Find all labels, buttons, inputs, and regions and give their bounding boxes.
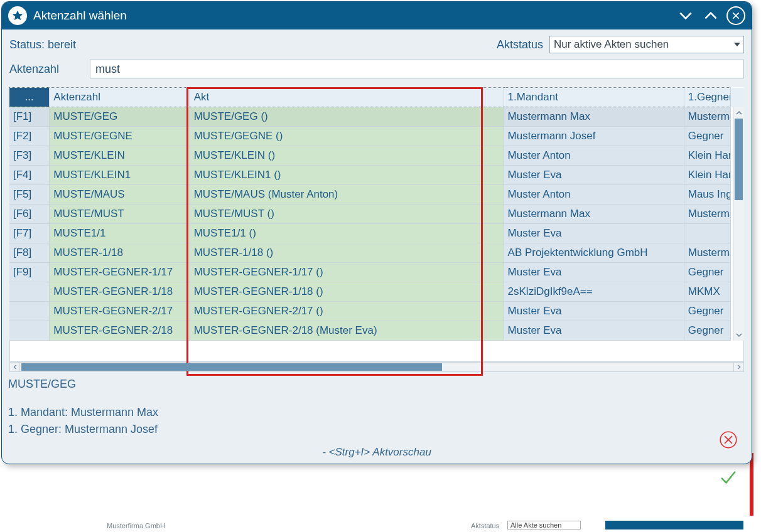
akt-cell: MUSTER-1/18 () bbox=[190, 243, 504, 263]
chevron-up-icon[interactable] bbox=[701, 6, 720, 25]
blank-row bbox=[9, 341, 744, 362]
bg-fragment-bar bbox=[605, 521, 743, 529]
column-header-aktenzahl[interactable]: Aktenzahl bbox=[50, 88, 190, 107]
fkey-cell: [F5] bbox=[9, 185, 50, 205]
akt-cell: MUSTE/GEGNE () bbox=[190, 127, 504, 146]
gegner-cell: MKMX bbox=[684, 282, 730, 302]
chevron-down-icon[interactable] bbox=[676, 6, 695, 25]
akt-cell: MUSTE/KLEIN1 () bbox=[190, 166, 504, 185]
table-row[interactable]: [F5]MUSTE/MAUSMUSTE/MAUS (Muster Anton)M… bbox=[9, 185, 744, 205]
aktenzahl-cell: MUSTER-GEGNER-2/17 bbox=[50, 302, 190, 321]
shortcut-hint: - <Strg+I> Aktvorschau bbox=[2, 445, 752, 464]
scroll-up-icon[interactable] bbox=[733, 107, 744, 119]
fkey-cell bbox=[9, 321, 50, 341]
fkey-cell: [F6] bbox=[9, 205, 50, 224]
cancel-button[interactable] bbox=[718, 429, 739, 450]
bg-fragment-label: Aktstatus bbox=[471, 522, 499, 529]
title-bar: Aktenzahl wählen bbox=[2, 2, 752, 29]
scroll-left-icon[interactable] bbox=[10, 363, 20, 371]
table-row[interactable]: [F4]MUSTE/KLEIN1MUSTE/KLEIN1 ()Muster Ev… bbox=[9, 166, 744, 185]
table-row[interactable]: [F8]MUSTER-1/18MUSTER-1/18 ()AB Projekte… bbox=[9, 243, 744, 263]
akt-cell: MUSTE/MUST () bbox=[190, 205, 504, 224]
table-row[interactable]: [F6]MUSTE/MUSTMUSTE/MUST ()Mustermann Ma… bbox=[9, 205, 744, 224]
column-menu-button[interactable]: ... bbox=[9, 88, 50, 107]
gegner-cell: Mustermann bbox=[684, 243, 730, 263]
aktenzahl-cell: MUSTER-GEGNER-1/17 bbox=[50, 263, 190, 282]
search-input[interactable] bbox=[90, 60, 744, 78]
akt-cell: MUSTER-GEGNER-1/17 () bbox=[190, 263, 504, 282]
fkey-cell: [F3] bbox=[9, 146, 50, 166]
mandant-cell: Mustermann Max bbox=[504, 205, 684, 224]
mandant-cell: Muster Anton bbox=[504, 185, 684, 205]
fkey-cell: [F2] bbox=[9, 127, 50, 146]
bg-fragment-value: Alle Akte suchen bbox=[507, 521, 581, 529]
scrollbar-thumb[interactable] bbox=[735, 119, 743, 200]
table-row[interactable]: [F2]MUSTE/GEGNEMUSTE/GEGNE ()Mustermann … bbox=[9, 127, 744, 146]
gegner-cell bbox=[684, 224, 730, 243]
aktenzahl-cell: MUSTE/MUST bbox=[50, 205, 190, 224]
aktenzahl-cell: MUSTE/KLEIN bbox=[50, 146, 190, 166]
gegner-cell: Maus Ingrid bbox=[684, 185, 730, 205]
fkey-cell: [F8] bbox=[9, 243, 50, 263]
scroll-right-icon[interactable] bbox=[733, 363, 743, 371]
aktenzahl-cell: MUSTE/MAUS bbox=[50, 185, 190, 205]
akt-cell: MUSTE1/1 () bbox=[190, 224, 504, 243]
aktenzahl-cell: MUSTE1/1 bbox=[50, 224, 190, 243]
akt-cell: MUSTER-GEGNER-2/18 (Muster Eva) bbox=[190, 321, 504, 341]
fkey-cell: [F9] bbox=[9, 263, 50, 282]
gegner-cell: Klein Hans bbox=[684, 146, 730, 166]
fkey-cell: [F7] bbox=[9, 224, 50, 243]
aktstatus-label: Aktstatus bbox=[497, 38, 543, 51]
aktenzahl-cell: MUSTER-1/18 bbox=[50, 243, 190, 263]
akt-cell: MUSTE/MAUS (Muster Anton) bbox=[190, 185, 504, 205]
horizontal-scrollbar[interactable] bbox=[9, 362, 744, 372]
aktenzahl-cell: MUSTE/KLEIN1 bbox=[50, 166, 190, 185]
hscrollbar-thumb[interactable] bbox=[21, 363, 442, 371]
mandant-cell: AB Projektentwicklung GmbH bbox=[504, 243, 684, 263]
mandant-cell: Muster Eva bbox=[504, 263, 684, 282]
mandant-cell: 2sKlziDgIkf9eA== bbox=[504, 282, 684, 302]
fkey-cell bbox=[9, 282, 50, 302]
mandant-cell: Mustermann Max bbox=[504, 107, 684, 127]
preview-mandant: 1. Mandant: Mustermann Max bbox=[8, 404, 744, 421]
mandant-cell: Muster Eva bbox=[504, 224, 684, 243]
dialog-window: Aktenzahl wählen Status: bereit Aktstatu… bbox=[1, 1, 752, 464]
column-header-gegner[interactable]: 1.Gegner bbox=[684, 88, 730, 107]
table-row[interactable]: [F7]MUSTE1/1MUSTE1/1 ()Muster Eva bbox=[9, 224, 744, 243]
aktenzahl-cell: MUSTE/GEGNE bbox=[50, 127, 190, 146]
fkey-cell: [F1] bbox=[9, 107, 50, 127]
table-row[interactable]: [F9]MUSTER-GEGNER-1/17MUSTER-GEGNER-1/17… bbox=[9, 263, 744, 282]
mandant-cell: Mustermann Josef bbox=[504, 127, 684, 146]
preview-gegner: 1. Gegner: Mustermann Josef bbox=[8, 421, 744, 438]
gegner-cell: Gegner bbox=[684, 321, 730, 341]
gegner-cell: Mustermann Josef bbox=[684, 107, 730, 127]
mandant-cell: Muster Anton bbox=[504, 146, 684, 166]
table-row[interactable]: MUSTER-GEGNER-1/18MUSTER-GEGNER-1/18 ()2… bbox=[9, 282, 744, 302]
aktstatus-select[interactable] bbox=[549, 36, 744, 53]
confirm-button[interactable] bbox=[718, 467, 739, 488]
search-label: Aktenzahl bbox=[9, 63, 78, 76]
vertical-scrollbar[interactable] bbox=[733, 107, 744, 341]
aktenzahl-cell: MUSTE/GEG bbox=[50, 107, 190, 127]
close-icon[interactable] bbox=[726, 6, 745, 25]
column-header-akt[interactable]: Akt bbox=[190, 88, 504, 107]
preview-title: MUSTE/GEG bbox=[8, 376, 744, 393]
mandant-cell: Muster Eva bbox=[504, 302, 684, 321]
status-label: Status: bereit bbox=[9, 38, 76, 51]
table-row[interactable]: MUSTER-GEGNER-2/18MUSTER-GEGNER-2/18 (Mu… bbox=[9, 321, 744, 341]
akt-cell: MUSTER-GEGNER-1/18 () bbox=[190, 282, 504, 302]
akt-cell: MUSTER-GEGNER-2/17 () bbox=[190, 302, 504, 321]
table-row[interactable]: [F3]MUSTE/KLEINMUSTE/KLEIN ()Muster Anto… bbox=[9, 146, 744, 166]
aktenzahl-cell: MUSTER-GEGNER-2/18 bbox=[50, 321, 190, 341]
scroll-down-icon[interactable] bbox=[733, 329, 744, 341]
table-row[interactable]: [F1]MUSTE/GEGMUSTE/GEG ()Mustermann MaxM… bbox=[9, 107, 744, 127]
column-header-mandant[interactable]: 1.Mandant bbox=[504, 88, 684, 107]
preview-pane: MUSTE/GEG 1. Mandant: Mustermann Max 1. … bbox=[4, 376, 744, 445]
aktenzahl-cell: MUSTER-GEGNER-1/18 bbox=[50, 282, 190, 302]
fkey-cell: [F4] bbox=[9, 166, 50, 185]
table-row[interactable]: MUSTER-GEGNER-2/17MUSTER-GEGNER-2/17 ()M… bbox=[9, 302, 744, 321]
akt-cell: MUSTE/GEG () bbox=[190, 107, 504, 127]
bg-fragment-text: Musterfirma GmbH bbox=[107, 522, 165, 529]
favorite-icon[interactable] bbox=[8, 6, 27, 25]
akt-cell: MUSTE/KLEIN () bbox=[190, 146, 504, 166]
